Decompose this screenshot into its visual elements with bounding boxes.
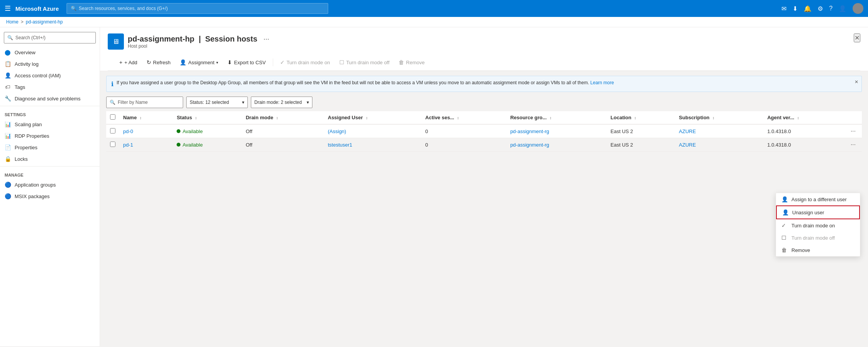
row1-name-link[interactable]: pd-1 (123, 142, 133, 148)
filter-drain-select[interactable]: Drain mode: 2 selected ▾ (251, 97, 312, 108)
sort-sessions-icon: ↕ (457, 116, 459, 120)
breadcrumb: Home > pd-assignment-hp (0, 17, 868, 27)
refresh-button[interactable]: ↻ Refresh (143, 57, 175, 67)
assignment-label: Assignment (188, 60, 214, 65)
sidebar-item-msix[interactable]: 🔵 MSIX packages (0, 190, 100, 202)
row0-more-button[interactable]: ··· (848, 127, 858, 135)
row0-sub-link[interactable]: AZURE (679, 128, 696, 134)
context-remove-label: Remove (791, 247, 810, 253)
col-name[interactable]: Name ↕ (119, 111, 173, 124)
topbar: ☰ Microsoft Azure 🔍 Search resources, se… (0, 0, 868, 17)
page-subtitle: Host pool (128, 43, 269, 49)
settings-icon[interactable]: ⚙ (818, 5, 823, 12)
scaling-icon: 📊 (5, 121, 11, 127)
learn-more-link[interactable]: Learn more (590, 80, 614, 85)
global-search[interactable]: 🔍 Search resources, services, and docs (… (67, 3, 328, 14)
select-all-checkbox[interactable] (110, 114, 115, 120)
info-icon: ℹ (111, 80, 114, 88)
page-title-area: pd-assignment-hp | Session hosts ··· Hos… (128, 35, 269, 49)
sidebar-label-locks: Locks (15, 156, 28, 162)
drain-off-button[interactable]: ☐ Turn drain mode off (336, 57, 394, 67)
avatar[interactable] (853, 3, 863, 14)
row0-rg-link[interactable]: pd-assignment-rg (510, 128, 549, 134)
sidebar-item-diagnose[interactable]: 🔧 Diagnose and solve problems (0, 93, 100, 104)
context-unassign-label: Unassign user (792, 210, 824, 215)
filter-status-label: Status: 12 selected (190, 100, 229, 105)
row0-assign-link[interactable]: (Assign) (328, 128, 346, 134)
sidebar-item-rdp[interactable]: 📊 RDP Properties (0, 130, 100, 142)
col-status[interactable]: Status ↕ (173, 111, 242, 124)
filter-status-select[interactable]: Status: 12 selected ▾ (186, 97, 248, 108)
feedback-icon[interactable]: 👤 (839, 5, 846, 12)
col-resource-group[interactable]: Resource gro... ↕ (506, 111, 607, 124)
hamburger-icon[interactable]: ☰ (5, 4, 11, 13)
sidebar-item-tags[interactable]: 🏷 Tags (0, 81, 100, 93)
remove-button[interactable]: 🗑 Remove (395, 57, 428, 67)
overview-icon: ⬤ (5, 49, 11, 55)
add-icon: + (119, 59, 122, 65)
col-agent[interactable]: Agent ver... ↕ (763, 111, 844, 124)
main-layout: 🔍 Search (Ctrl+/) ⬤ Overview 📋 Activity … (0, 27, 868, 346)
sort-agent-icon: ↕ (797, 116, 799, 120)
context-menu-remove[interactable]: 🗑 Remove (776, 244, 860, 256)
filter-drain-label: Drain mode: 2 selected (254, 100, 302, 105)
col-drain[interactable]: Drain mode ↕ (242, 111, 324, 124)
export-icon: ⬇ (227, 59, 232, 65)
col-checkbox (106, 111, 119, 124)
row0-name-link[interactable]: pd-0 (123, 128, 133, 134)
context-menu-drain-on[interactable]: ✓ Turn drain mode on (776, 219, 860, 232)
row1-checkbox[interactable] (110, 142, 115, 147)
row1-more-button[interactable]: ··· (848, 140, 858, 148)
sidebar-item-scaling[interactable]: 📊 Scaling plan (0, 118, 100, 130)
sidebar-item-app-groups[interactable]: 🔵 Application groups (0, 179, 100, 190)
context-drain-on-icon: ✓ (781, 222, 788, 229)
filter-name-placeholder: Filter by Name (118, 100, 148, 105)
sidebar-search-icon: 🔍 (7, 35, 13, 40)
sidebar-item-properties[interactable]: 📄 Properties (0, 142, 100, 153)
row0-sessions: 0 (421, 124, 506, 138)
notification-icon[interactable]: 🔔 (804, 5, 811, 12)
breadcrumb-current[interactable]: pd-assignment-hp (26, 19, 63, 25)
sidebar-item-locks[interactable]: 🔒 Locks (0, 153, 100, 165)
breadcrumb-home[interactable]: Home (6, 19, 18, 25)
more-options-button[interactable]: ··· (264, 35, 269, 43)
assignment-button[interactable]: 👤 Assignment ▾ (176, 57, 222, 67)
col-location[interactable]: Location ↕ (607, 111, 675, 124)
close-button[interactable]: ✕ (854, 33, 860, 42)
sidebar-item-iam[interactable]: 👤 Access control (IAM) (0, 70, 100, 81)
app-groups-icon: 🔵 (5, 182, 11, 188)
context-menu-drain-off[interactable]: ☐ Turn drain mode off (776, 232, 860, 244)
info-close-button[interactable]: ✕ (855, 79, 858, 85)
sidebar-item-overview[interactable]: ⬤ Overview (0, 47, 100, 58)
msix-icon: 🔵 (5, 193, 11, 199)
activity-log-icon: 📋 (5, 61, 11, 67)
page-header: ✕ 🖥 pd-assignment-hp | Session hosts ···… (100, 27, 868, 71)
drain-on-button[interactable]: ✓ Turn drain mode on (276, 57, 334, 67)
sidebar-divider-settings (0, 106, 100, 106)
row1-more: ··· (845, 138, 862, 152)
help-icon[interactable]: ? (829, 5, 833, 12)
download-icon[interactable]: ⬇ (793, 5, 798, 12)
export-button[interactable]: ⬇ Export to CSV (224, 57, 269, 67)
context-menu-assign-different[interactable]: 👤 Assign to a different user (776, 193, 860, 205)
row0-checkbox[interactable] (110, 128, 115, 133)
row1-user-link[interactable]: tstestuser1 (328, 142, 352, 148)
col-active-sessions[interactable]: Active ses... ↕ (421, 111, 506, 124)
azure-logo: Microsoft Azure (15, 5, 59, 12)
sidebar-label-activity-log: Activity log (15, 61, 38, 67)
row1-sub-link[interactable]: AZURE (679, 142, 696, 148)
context-remove-icon: 🗑 (781, 247, 788, 253)
row1-rg-link[interactable]: pd-assignment-rg (510, 142, 549, 148)
sidebar-item-activity-log[interactable]: 📋 Activity log (0, 58, 100, 70)
sidebar-search[interactable]: 🔍 Search (Ctrl+/) (4, 32, 96, 43)
table-row: pd-1 Available Off tstestuser1 0 (106, 138, 862, 152)
row0-checkbox-cell (106, 124, 119, 138)
add-button[interactable]: + + Add (115, 57, 141, 67)
topbar-icons: ✉ ⬇ 🔔 ⚙ ? 👤 (781, 3, 863, 14)
email-icon[interactable]: ✉ (781, 5, 786, 12)
col-assigned-user[interactable]: Assigned User ↕ (324, 111, 421, 124)
col-subscription[interactable]: Subscription ↕ (675, 111, 764, 124)
filter-name-input[interactable]: 🔍 Filter by Name (106, 97, 183, 108)
row1-sub: AZURE (675, 138, 764, 152)
context-menu-unassign[interactable]: 👤 Unassign user (776, 205, 860, 219)
